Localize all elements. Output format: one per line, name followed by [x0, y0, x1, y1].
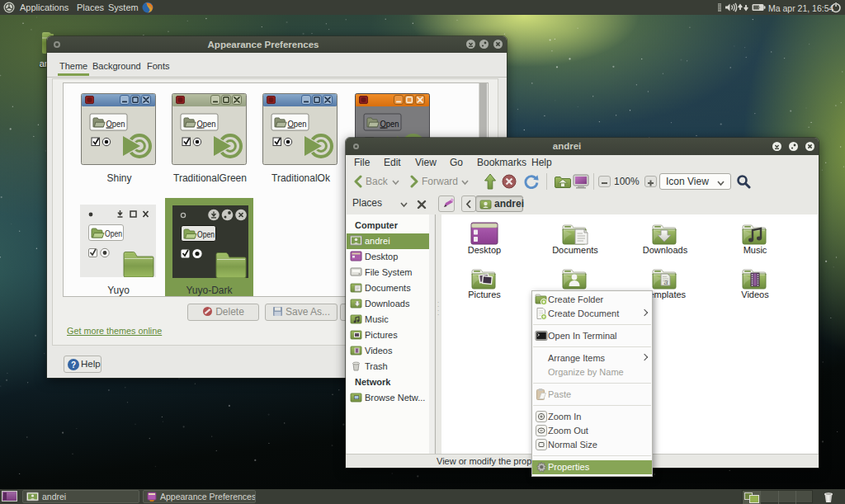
svg-text:Open: Open: [106, 119, 125, 129]
svg-text:Open: Open: [197, 119, 216, 129]
svg-text:Open: Open: [288, 119, 307, 129]
svg-text:Open: Open: [197, 229, 215, 239]
svg-text:Open: Open: [105, 228, 122, 238]
svg-text:a: a: [663, 278, 668, 286]
svg-text:?: ?: [71, 360, 76, 370]
svg-text:Open: Open: [380, 119, 399, 129]
